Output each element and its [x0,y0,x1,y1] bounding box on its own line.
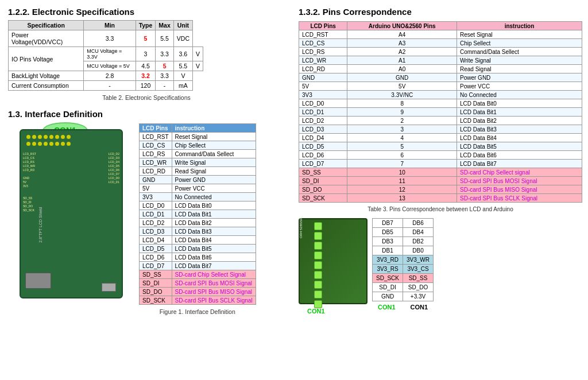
lcd-pin-name: LCD_WR [140,158,172,167]
lcd-pin-name: SD_SCK [140,296,172,305]
lcd-pin-name: 5V [140,184,172,193]
lcd-pins-table: LCD Pins instruction LCD_RSTReset Signal… [139,123,256,305]
lcd-instruction: LCD Data Bit6 [172,253,256,262]
pin-lcd: LCD_D6 [299,151,347,160]
con1-green-label: CON1 [378,304,396,311]
lcd-pin-name: 3V3 [140,193,172,201]
lcd-pin-name: GND [140,176,172,184]
table-row: IO Pins Voltage MCU Voltage = 3.3V 3 3.3… [9,47,203,61]
db-cell: SD_DO [403,283,434,292]
lcd-instruction: Read Signal [172,167,256,176]
electronic-specs-section: 1.2.2. Electronic Specifications Specifi… [8,7,285,101]
lcd-pins-table-container: LCD Pins instruction LCD_RSTReset Signal… [139,123,256,315]
pin-lcd: LCD_RD [299,65,347,73]
lcd-pin-name: LCD_D2 [140,219,172,227]
table2-caption: Table 2. Electronic Specifications [8,94,285,101]
lcd-pin-name: LCD_D4 [140,236,172,245]
pin-instruction: SD-card SPI Bus SCLK Signal [457,194,582,203]
interface-definition-title: 1.3. Interface Definition [8,109,285,119]
pin-lcd: LCD_D4 [299,134,347,142]
lcd-instruction: LCD Data Bit1 [172,210,256,219]
con1-labels-row: CON1 CON1 [372,304,434,311]
lcd-pin-name: LCD_RD [140,167,172,176]
pins-correspondence-table: LCD Pins Arduino UNO&2560 Pins instructi… [299,21,582,203]
pin-instruction: Reset Signal [457,30,582,39]
col-spec: Specification [9,21,84,30]
lcd-pin-name: LCD_RS [140,150,172,158]
pin-lcd: LCD_D7 [299,160,347,168]
pin-instruction: Chip Sellect [457,39,582,48]
pin-arduino: 9 [347,108,457,117]
pin-instruction: No Connected [457,91,582,99]
pin-instruction: LCD Data Bit2 [457,117,582,125]
con1-bottom-label: CON1 [307,308,325,315]
db-cell: SD_SCK [373,274,403,283]
db-cell: DB1 [373,246,403,255]
pin-lcd: LCD_RST [299,30,347,39]
pin-instruction: LCD Data Bit6 [457,151,582,160]
lcd-instruction: Write Signal [172,158,256,167]
arduino-pins-col-header: Arduino UNO&2560 Pins [347,22,457,30]
lcd-pins-header: LCD Pins [140,124,172,133]
db-cell: DB7 [373,219,403,228]
col-max: Max [156,21,173,30]
db-cell: DB0 [403,246,434,255]
pin-lcd: SD_DI [299,177,347,185]
pin-arduino: 3 [347,125,457,134]
pin-arduino: 5V [347,82,457,91]
pin-lcd: SD_DO [299,185,347,194]
pin-arduino: A4 [347,30,457,39]
pin-lcd: LCD_D5 [299,142,347,151]
pin-arduino: 12 [347,185,457,194]
pcb-board: LCD_RST LCD_CS LCD_RS LCD_WR LCD_RD LCD_… [20,129,123,298]
db-cell: 3V3_RD [373,255,403,265]
pin-arduino: 8 [347,99,457,108]
db-cell: +3.3V [403,292,434,301]
lcd-instruction: No Connected [172,193,256,201]
left-panel: 1.2.2. Electronic Specifications Specifi… [0,0,293,380]
bottom-diagram-section: OR4 528SS01 CON1 DB7DB6DB5DB4DB3DB2DB1DB… [299,218,582,311]
table-row: Power Voltage(VDD/VCC) 3.3 5 5.5 VDC [9,30,203,47]
pin-arduino: 13 [347,194,457,203]
interface-content: CON1 [8,123,285,315]
figure1-caption: Figure 1. Interface Definition [139,308,256,315]
table-row: Current Consumption - 120 - mA [9,81,203,91]
pin-arduino: A0 [347,65,457,73]
table3-caption: Table 3. Pins Correspondence between LCD… [299,206,582,212]
lcd-instruction: LCD Data Bit5 [172,245,256,253]
pin-lcd: GND [299,73,347,82]
pin-instruction: LCD Data Bit7 [457,160,582,168]
lcd-pin-name: LCD_D3 [140,227,172,236]
table-row: BackLight Voltage 2.8 3.2 3.3 V [9,71,203,81]
lcd-pin-name: LCD_RST [140,133,172,141]
lcd-instruction: Chip Sellect [172,141,256,150]
pins-correspondence-section: 1.3.2. Pins Correspondence LCD Pins Ardu… [299,7,582,212]
lcd-instruction: SD-card SPI Bus MOSI Signal [172,279,256,288]
pin-arduino: 11 [347,177,457,185]
lcd-instruction: LCD Data Bit7 [172,262,256,270]
pin-arduino: 10 [347,168,457,177]
pin-lcd: LCD_RS [299,48,347,56]
pin-arduino: GND [347,73,457,82]
lcd-instruction: LCD Data Bit3 [172,227,256,236]
db-cell: DB2 [403,237,434,246]
col-min: Min [84,21,136,30]
db-cell: DB6 [403,219,434,228]
pin-lcd: 3V3 [299,91,347,99]
pin-arduino: 3.3V/NC [347,91,457,99]
lcd-pin-name: SD_SS [140,270,172,279]
db-cell: 3V3_CS [403,265,434,274]
pin-arduino: A1 [347,56,457,65]
pcb-photo: OR4 528SS01 [299,218,368,304]
lcd-pin-name: LCD_D1 [140,210,172,219]
instruction-header: instruction [172,124,256,133]
pin-arduino: A3 [347,39,457,48]
pin-instruction: Power VCC [457,82,582,91]
db-grid-container: DB7DB6DB5DB4DB3DB2DB1DB03V3_RD3V3_WR3V3_… [372,218,434,311]
lcd-pins-col-header: LCD Pins [299,22,347,30]
db-cell: DB5 [373,228,403,237]
db-cell: DB3 [373,237,403,246]
lcd-pin-name: LCD_D5 [140,245,172,253]
db-cell: SD_DI [373,283,403,292]
pins-correspondence-title: 1.3.2. Pins Correspondence [299,7,582,17]
